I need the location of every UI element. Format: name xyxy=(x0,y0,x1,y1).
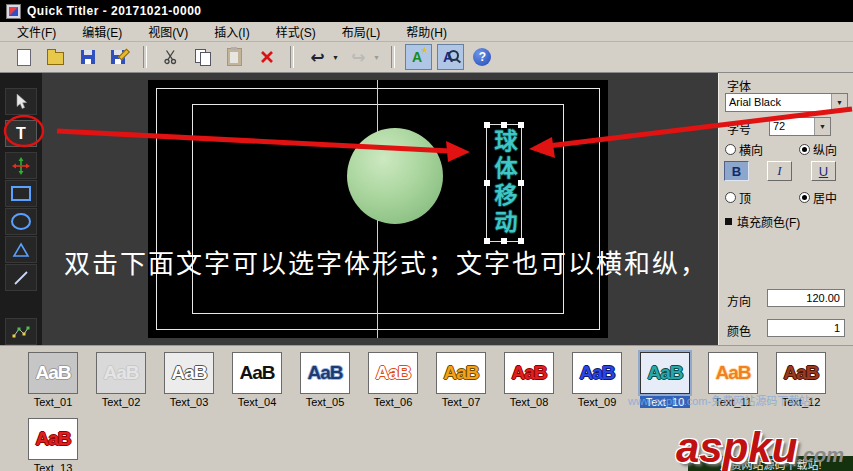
style-label: Text_06 xyxy=(368,396,418,408)
delete-button[interactable] xyxy=(253,44,280,70)
menu-item-1[interactable]: 文件(F) xyxy=(4,21,69,42)
menu-item-4[interactable]: 插入(I) xyxy=(201,21,262,42)
copy-button[interactable] xyxy=(189,44,216,70)
style-preview: AaB xyxy=(232,352,282,394)
fill-color-section: 填充颜色(F) xyxy=(725,213,800,230)
watermark-suffix: .com xyxy=(797,444,844,466)
vertical-text-object[interactable]: 球体移动 xyxy=(486,124,522,242)
selection-handle[interactable] xyxy=(484,180,490,186)
style-tile-Text_09[interactable]: AaBText_09 xyxy=(572,352,622,408)
transform-tool[interactable] xyxy=(5,152,37,179)
question-icon: ? xyxy=(473,48,491,66)
a-star-icon: A★ xyxy=(410,49,427,66)
title-canvas[interactable]: 球体移动 xyxy=(148,80,608,338)
cursor-icon xyxy=(13,93,29,110)
style-preview: AaB xyxy=(96,352,146,394)
menu-item-5[interactable]: 样式(S) xyxy=(263,21,329,42)
italic-button[interactable]: I xyxy=(767,161,792,181)
style-label: Text_08 xyxy=(504,396,554,408)
radio-align-top[interactable]: 顶 xyxy=(725,189,751,206)
titlebar: Quick Titler - 20171021-0000 xyxy=(0,0,853,22)
redo-arrow-icon: ↪ xyxy=(351,49,365,66)
triangle-tool[interactable] xyxy=(5,236,37,263)
style-preview: AaB xyxy=(28,418,78,460)
radio-off-icon xyxy=(725,144,736,155)
style-preview: AaB xyxy=(708,352,758,394)
cut-button[interactable] xyxy=(157,44,184,70)
app-icon xyxy=(6,4,21,19)
color-input[interactable]: 1 xyxy=(767,319,845,337)
style-preview: AaB xyxy=(776,352,826,394)
canvas-typed-text[interactable]: 双击下面文字可以选字体形式；文字也可以横和纵， xyxy=(64,243,708,280)
radio-vertical-label: 纵向 xyxy=(813,141,837,158)
radio-on-icon xyxy=(799,192,810,203)
style-tile-Text_02[interactable]: AaBText_02 xyxy=(96,352,146,408)
move-cross-icon xyxy=(12,157,30,175)
chevron-down-icon[interactable]: ▼ xyxy=(831,94,847,111)
style-preview: AaB xyxy=(300,352,350,394)
style-tile-Text_07[interactable]: AaBText_07 xyxy=(436,352,486,408)
menu-item-2[interactable]: 编辑(E) xyxy=(69,21,135,42)
font-family-select[interactable]: Arial Black ▼ xyxy=(725,93,848,112)
style-tile-Text_03[interactable]: AaBText_03 xyxy=(164,352,214,408)
menu-item-3[interactable]: 视图(V) xyxy=(135,21,201,42)
rectangle-tool[interactable] xyxy=(5,180,37,207)
new-document-button[interactable] xyxy=(10,44,37,70)
quick-titler-window: Quick Titler - 20171021-0000 文件(F)编辑(E)视… xyxy=(0,0,853,471)
radio-horizontal[interactable]: 横向 xyxy=(725,141,763,158)
redo-dropdown: ▼ xyxy=(373,54,380,61)
a-magnifier-icon: A xyxy=(442,49,459,66)
font-family-value: Arial Black xyxy=(726,94,831,111)
green-sphere[interactable] xyxy=(347,128,443,224)
undo-dropdown[interactable]: ▼ xyxy=(332,54,339,61)
radio-align-center[interactable]: 居中 xyxy=(799,189,837,206)
font-size-select[interactable]: 72 ▼ xyxy=(769,117,831,136)
selection-handle[interactable] xyxy=(501,122,507,128)
copy-icon xyxy=(195,49,211,65)
select-tool[interactable] xyxy=(5,88,37,115)
text-icon: T xyxy=(16,126,26,142)
chevron-down-icon[interactable]: ▼ xyxy=(814,118,830,135)
open-file-button[interactable] xyxy=(42,44,69,70)
style-tile-Text_04[interactable]: AaBText_04 xyxy=(232,352,282,408)
menu-item-7[interactable]: 帮助(H) xyxy=(393,21,460,42)
triangle-icon xyxy=(12,242,30,258)
style-label: Text_04 xyxy=(232,396,282,408)
style-preview: AaB xyxy=(436,352,486,394)
save-as-button[interactable] xyxy=(106,44,133,70)
selection-handle[interactable] xyxy=(518,180,524,186)
style-preview: AaB xyxy=(28,352,78,394)
style-tile-Text_13[interactable]: AaBText_13 xyxy=(28,418,78,471)
canvas-area[interactable]: 球体移动 双击下面文字可以选字体形式；文字也可以横和纵， xyxy=(42,73,718,345)
radio-align-top-label: 顶 xyxy=(739,189,751,206)
style-tile-Text_05[interactable]: AaBText_05 xyxy=(300,352,350,408)
bold-button[interactable]: B xyxy=(724,161,749,181)
undo-button[interactable]: ↩ xyxy=(304,44,331,70)
nodes-icon xyxy=(12,325,30,339)
zoom-text-button[interactable]: A xyxy=(437,44,464,70)
text-tool[interactable]: T xyxy=(5,120,37,147)
style-tile-Text_08[interactable]: AaBText_08 xyxy=(504,352,554,408)
save-button[interactable] xyxy=(74,44,101,70)
line-tool[interactable] xyxy=(5,264,37,291)
watermark-brand: aspku xyxy=(676,424,797,471)
menu-item-6[interactable]: 布局(L) xyxy=(329,21,394,42)
watermark-logo: aspku.com xyxy=(676,424,844,471)
style-library-button[interactable]: A★ xyxy=(405,44,432,70)
style-tile-Text_06[interactable]: AaBText_06 xyxy=(368,352,418,408)
style-label: Text_02 xyxy=(96,396,146,408)
style-tile-Text_01[interactable]: AaBText_01 xyxy=(28,352,78,408)
direction-label: 方向 xyxy=(727,292,751,309)
fill-section-label: 填充颜色(F) xyxy=(737,213,800,230)
selection-handle[interactable] xyxy=(518,122,524,128)
selection-handle[interactable] xyxy=(484,122,490,128)
radio-vertical[interactable]: 纵向 xyxy=(799,141,837,158)
ellipse-tool[interactable] xyxy=(5,208,37,235)
help-button[interactable]: ? xyxy=(469,44,496,70)
direction-input[interactable]: 120.00 xyxy=(767,289,845,307)
style-preview: AaB xyxy=(504,352,554,394)
menubar: 文件(F)编辑(E)视图(V)插入(I)样式(S)布局(L)帮助(H) xyxy=(0,22,853,42)
edit-points-tool[interactable] xyxy=(5,318,37,345)
rect-icon xyxy=(11,186,31,201)
underline-button[interactable]: U xyxy=(811,161,836,181)
